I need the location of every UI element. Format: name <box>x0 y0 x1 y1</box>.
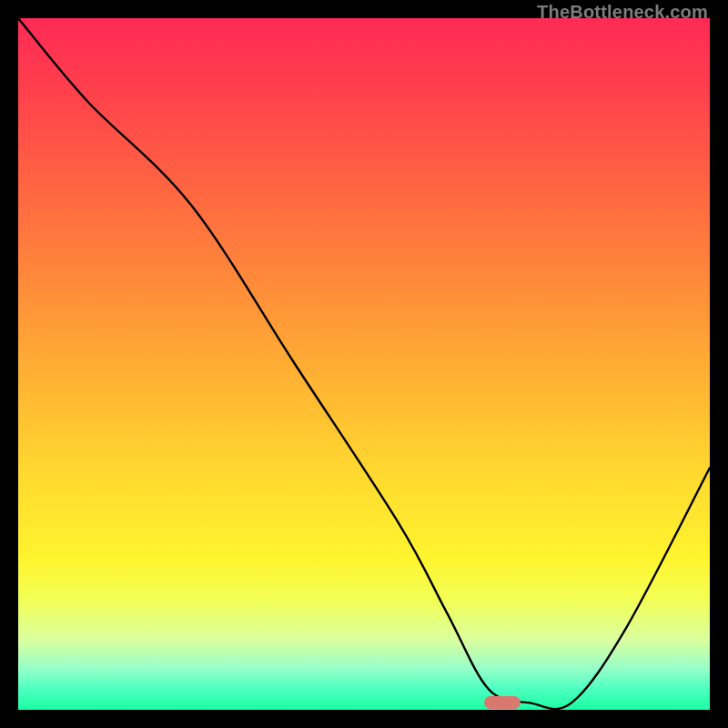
plot-area <box>18 18 710 710</box>
curve-path <box>18 18 710 709</box>
optimal-marker <box>484 696 521 709</box>
chart-stage: TheBottleneck.com <box>0 0 728 728</box>
bottleneck-curve <box>18 18 710 710</box>
